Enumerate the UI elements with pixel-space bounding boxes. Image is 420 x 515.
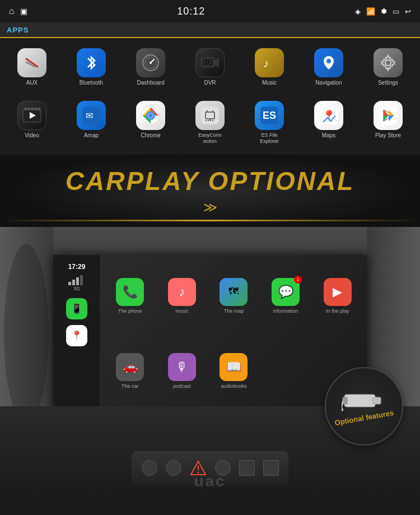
svg-rect-52 [344,395,375,407]
carplay-music-label: music [175,308,189,314]
status-bar-left: ⌂ ▣ [9,6,27,16]
svg-point-56 [342,408,343,411]
maps-label: Maps [322,132,335,139]
carplay-main-apps: 📞 The phone ♪ music 🗺 The map 💬 1 [101,255,367,412]
svg-text:✉: ✉ [86,111,93,120]
esfile-label: ES FileExplorer [260,132,279,145]
carplay-podcast-icon: 🎙 [168,353,196,381]
maps-icon: 📍 [314,101,343,130]
svg-rect-18 [34,108,37,110]
app-settings[interactable]: Settings [358,44,418,91]
carplay-app-inplay[interactable]: ▶ In the play [312,259,362,332]
svg-point-43 [4,244,49,423]
console-btn-4[interactable] [239,460,255,476]
optional-text: Optional features [334,409,394,428]
carplay-app-phone[interactable]: 📞 The phone [105,259,155,332]
app-navigation[interactable]: Navigation [299,44,358,91]
status-time: 10:12 [177,6,205,17]
dvr-icon [195,48,225,77]
app-playstore[interactable]: Play Store [358,96,418,149]
carplay-car-icon: 🚗 [116,353,144,381]
bluetooth-status-icon: ✱ [381,7,387,16]
apps-bar: APPS [0,22,420,38]
carplay-app-podcast[interactable]: 🎙 podcast [157,335,207,407]
app-dashboard[interactable]: Dashboard [121,44,180,91]
window-icon[interactable]: ▭ [393,7,399,16]
amap-label: Amap [84,132,99,139]
carplay-time: 17:29 [68,263,86,271]
carplay-music-icon: ♪ [168,278,196,306]
carplay-audiobooks-label: audiobooks [221,383,246,389]
carplay-app-audiobooks[interactable]: 📖 audiobooks [209,335,259,407]
svg-point-13 [385,60,391,66]
app-maps[interactable]: 📍 Maps [299,96,358,149]
svg-rect-45 [68,282,71,285]
music-icon: ♪ [255,48,284,77]
settings-icon [374,48,403,77]
carplay-phone-icon: 📞 [116,278,144,306]
carplay-inplay-label: In the play [326,308,349,314]
dashboard-label: Dashboard [137,80,165,86]
wifi-icon: 📶 [366,7,375,16]
svg-rect-48 [80,275,83,285]
svg-rect-19 [38,108,40,110]
app-music[interactable]: ♪ Music [240,44,299,91]
gold-divider [0,220,420,221]
carplay-section: CARPLAY OPTIONAL ≫ [0,155,420,227]
apps-grid: AUX Bluetooth Dashboard [0,38,420,96]
bluetooth-icon [77,48,106,77]
sidebar-maps-icon[interactable]: 📍 [66,325,87,346]
amap-icon: ✉ [77,101,106,130]
carplay-phone-label: The phone [118,308,142,314]
app-bluetooth[interactable]: Bluetooth [62,44,121,91]
status-bar: ⌂ ▣ 10:12 ◈ 📶 ✱ ▭ ↩ [0,0,420,22]
app-amap[interactable]: ✉ Amap [62,96,121,149]
carplay-car-label: The car [122,383,139,389]
app-chrome[interactable]: Chrome [121,96,180,149]
svg-point-12 [326,59,331,63]
apps-grid-row2: Video ✉ Amap [0,96,420,155]
carplay-app-messages[interactable]: 💬 1 information [261,259,311,332]
svg-text:♪: ♪ [263,57,269,69]
svg-rect-15 [24,108,27,110]
console-btn-5[interactable] [263,460,279,476]
carplay-signal: 3G [68,274,85,291]
carplay-podcast-label: podcast [173,383,191,389]
svg-point-10 [206,61,208,63]
console-btn-2[interactable] [166,460,181,476]
aux-label: AUX [26,80,38,86]
app-dvr[interactable]: DVR [180,44,240,91]
svg-rect-27 [201,106,219,124]
esfile-icon: ES [255,101,284,130]
status-bar-right: ◈ 📶 ✱ ▭ ↩ [355,7,411,16]
location-icon: ◈ [355,7,361,16]
carplay-inplay-icon: ▶ [324,278,352,306]
settings-label: Settings [378,80,398,86]
navigation-label: Navigation [315,80,342,86]
carplay-app-car[interactable]: 🚗 The car [105,335,155,407]
svg-rect-17 [31,108,34,110]
playstore-icon [374,101,403,130]
carplay-arrows: ≫ [0,199,420,215]
svg-rect-54 [343,397,347,404]
app-esfile[interactable]: ES ES FileExplorer [240,96,299,149]
image-icon[interactable]: ▣ [20,7,27,16]
home-icon[interactable]: ⌂ [9,6,15,16]
app-video[interactable]: Video [2,96,62,149]
svg-rect-16 [27,108,30,110]
carplay-messages-label: information [273,308,298,314]
easyconn-label: EasyConnection [198,132,222,145]
app-easyconn[interactable]: EasyConnection [180,96,240,149]
carplay-screen: 17:29 3G 📱 📍 [53,255,367,412]
svg-rect-46 [72,280,75,285]
sidebar-phone-icon[interactable]: 📱 [66,298,87,319]
watermark: uac [194,472,226,490]
carplay-app-maps[interactable]: 🗺 The map [209,259,259,332]
carplay-messages-icon: 💬 1 [272,278,300,306]
music-label: Music [262,80,277,86]
console-btn-1[interactable] [142,460,157,476]
aux-icon [17,48,46,77]
carplay-app-music[interactable]: ♪ music [157,259,207,332]
back-icon[interactable]: ↩ [405,7,411,16]
app-aux[interactable]: AUX [2,44,62,91]
